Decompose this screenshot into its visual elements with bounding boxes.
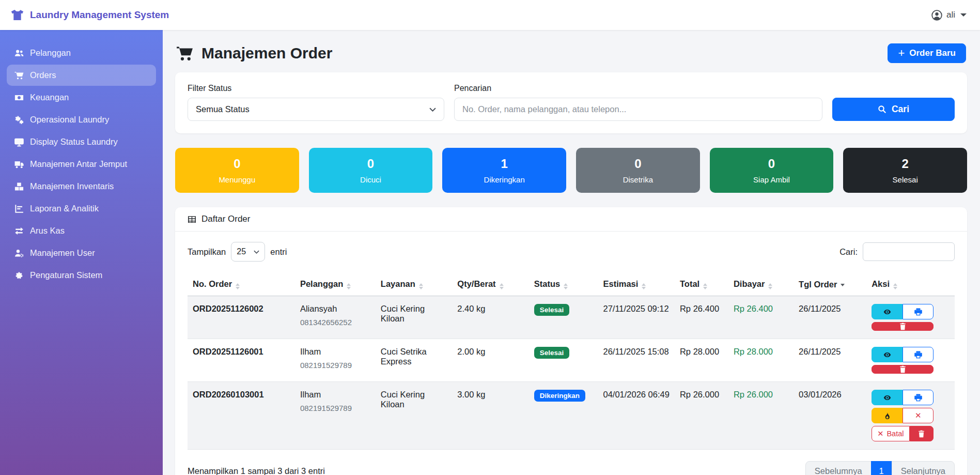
sort-icon: [768, 283, 772, 289]
qty-cell: 2.40 kg: [452, 296, 529, 339]
status-label: Selesai: [893, 175, 918, 184]
users-icon: [14, 49, 24, 58]
print-button[interactable]: [903, 304, 934, 319]
sidebar-item-operasional-laundry[interactable]: Operasional Laundry: [7, 109, 156, 130]
cart-icon: [14, 71, 24, 80]
table-search-input[interactable]: [863, 242, 955, 261]
sort-icon: [564, 283, 568, 289]
sidebar-item-laporan[interactable]: Laporan & Analitik: [7, 198, 156, 219]
sidebar: Pelanggan Orders Keuangan Operasional La…: [0, 30, 163, 475]
total-cell: Rp 28.000: [675, 339, 728, 382]
table-row: ORD20260103001 Ilham 082191529789 Cuci K…: [188, 382, 955, 450]
cari-button[interactable]: Cari: [832, 98, 955, 121]
total-cell: Rp 26.000: [675, 382, 728, 450]
batal-button[interactable]: ✕Batal: [872, 426, 909, 441]
search-input[interactable]: [454, 98, 822, 121]
order-baru-button[interactable]: + Order Baru: [888, 43, 966, 63]
column-header-order-date[interactable]: Tgl Order: [794, 273, 866, 296]
pagination-next[interactable]: Selanjutnya: [892, 461, 955, 475]
status-label: Siap Ambil: [753, 175, 790, 184]
customer-name: Ilham: [300, 390, 370, 400]
chevron-down-icon: [254, 250, 259, 254]
status-filter-select[interactable]: Semua Status: [188, 98, 444, 121]
eye-icon: [883, 308, 891, 316]
sidebar-item-label: Manajemen Inventaris: [30, 181, 114, 191]
column-header-service[interactable]: Layanan: [376, 273, 453, 296]
delete-button[interactable]: [872, 322, 934, 331]
show-label: Tampilkan: [188, 247, 226, 257]
estimate-cell: 04/01/2026 06:49: [598, 382, 675, 450]
sort-icon: [347, 283, 351, 289]
column-header-actions[interactable]: Aksi: [866, 273, 955, 296]
column-header-qty[interactable]: Qty/Berat: [452, 273, 529, 296]
column-header-total[interactable]: Total: [675, 273, 728, 296]
sidebar-item-pengaturan[interactable]: Pengaturan Sistem: [7, 265, 156, 286]
printer-icon: [914, 308, 922, 316]
main-content: Manajemen Order + Order Baru Filter Stat…: [163, 30, 980, 475]
money-icon: [14, 93, 24, 102]
total-cell: Rp 26.400: [675, 296, 728, 339]
column-header-estimate[interactable]: Estimasi: [598, 273, 675, 296]
service-cell: Cuci Kering Kiloan: [376, 296, 453, 339]
page-length-select[interactable]: 25: [231, 242, 265, 262]
actions-cell: [866, 296, 955, 339]
close-icon: ✕: [877, 430, 883, 438]
customer-phone: 082191529789: [300, 404, 370, 412]
pagination: Sebelumnya 1 Selanjutnya: [805, 461, 955, 475]
sidebar-item-antar-jemput[interactable]: Manajemen Antar Jemput: [7, 154, 156, 175]
sidebar-item-label: Keuangan: [30, 93, 69, 102]
sidebar-item-pelanggan[interactable]: Pelanggan: [7, 42, 156, 64]
customer-cell: Ilham 082191529789: [295, 339, 376, 382]
print-button[interactable]: [903, 390, 934, 405]
status-count: 0: [634, 157, 641, 171]
delete-button[interactable]: [910, 426, 934, 441]
column-header-paid[interactable]: Dibayar: [728, 273, 794, 296]
order-no-cell: ORD20251126002: [188, 296, 295, 339]
sidebar-item-label: Pengaturan Sistem: [30, 270, 102, 280]
status-card-siap-ambil: 0 Siap Ambil: [710, 148, 834, 193]
sidebar-item-arus-kas[interactable]: Arus Kas: [7, 220, 156, 241]
pagination-page-1[interactable]: 1: [871, 461, 892, 475]
service-cell: Cuci Kering Kiloan: [376, 382, 453, 450]
sidebar-item-orders[interactable]: Orders: [7, 65, 156, 86]
print-button[interactable]: [903, 347, 934, 362]
dry-step-button[interactable]: [872, 408, 903, 423]
sidebar-item-inventaris[interactable]: Manajemen Inventaris: [7, 176, 156, 197]
status-count: 1: [501, 157, 507, 171]
order-no-cell: ORD20251126001: [188, 339, 295, 382]
order-date-cell: 26/11/2025: [794, 339, 866, 382]
view-button[interactable]: [872, 304, 903, 319]
table-row: ORD20251126001 Ilham 082191529789 Cuci S…: [188, 339, 955, 382]
status-count: 0: [768, 157, 775, 171]
status-badge: Selesai: [534, 347, 570, 359]
gears-icon: [14, 115, 24, 125]
column-header-customer[interactable]: Pelanggan: [295, 273, 376, 296]
sidebar-item-display-status[interactable]: Display Status Laundry: [7, 131, 156, 152]
customer-name: Ilham: [300, 347, 370, 357]
status-cards: 0 Menunggu 0 Dicuci 1 Dikeringkan 0 Dise…: [175, 148, 967, 193]
orders-table: No. Order Pelanggan Layanan Qty/Berat St…: [188, 273, 955, 450]
delete-button[interactable]: [872, 365, 934, 374]
user-menu[interactable]: ali: [931, 10, 967, 21]
status-label: Dikeringkan: [484, 175, 525, 184]
pagination-prev[interactable]: Sebelumnya: [805, 461, 872, 475]
column-header-order-no[interactable]: No. Order: [188, 273, 295, 296]
view-button[interactable]: [872, 347, 903, 362]
column-header-status[interactable]: Status: [529, 273, 598, 296]
view-button[interactable]: [872, 390, 903, 405]
status-count: 0: [234, 157, 240, 171]
sidebar-item-keuangan[interactable]: Keuangan: [7, 87, 156, 108]
eye-icon: [883, 394, 891, 402]
status-label: Disetrika: [623, 175, 653, 184]
boxes-icon: [14, 182, 24, 191]
qty-cell: 3.00 kg: [452, 382, 529, 450]
truck-icon: [14, 160, 24, 169]
status-card-disetrika: 0 Disetrika: [576, 148, 700, 193]
search-icon: [878, 105, 886, 114]
cart-icon: [176, 45, 193, 62]
username: ali: [946, 10, 955, 20]
reject-button[interactable]: ✕: [903, 408, 934, 423]
sidebar-item-manajemen-user[interactable]: Manajemen User: [7, 242, 156, 264]
table-search-label: Cari:: [839, 247, 858, 257]
sidebar-item-label: Display Status Laundry: [30, 137, 118, 147]
